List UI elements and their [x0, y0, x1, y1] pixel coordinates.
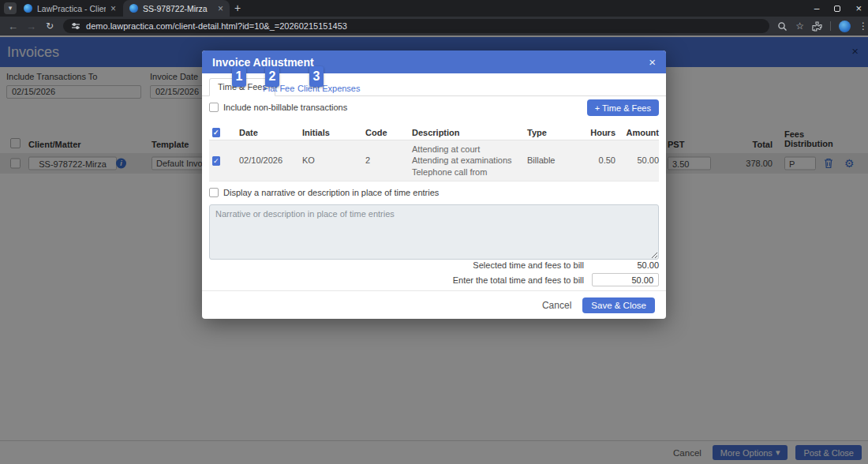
browser-toolbar: ← → ↻ demo.lawpractica.com/client-detail…: [0, 17, 868, 36]
modal-title: Invoice Adjustment: [212, 56, 314, 69]
reload-icon[interactable]: ↻: [46, 21, 54, 32]
step-badge-3: 3: [309, 66, 324, 87]
window-maximize-button[interactable]: [834, 6, 840, 12]
toolbar-right-icons: ☆ ⋮: [777, 21, 868, 32]
col-date: Date: [239, 128, 302, 137]
address-bar[interactable]: demo.lawpractica.com/client-detail.html?…: [63, 19, 769, 33]
browser-tab-strip: ▾ LawPractica - Client Centre × SS-97872…: [0, 0, 868, 17]
tab-close-icon[interactable]: ×: [110, 4, 116, 13]
col-initials: Initials: [302, 128, 365, 137]
modal-footer: Cancel Save & Close: [202, 290, 666, 319]
entry-checkbox[interactable]: ✓: [212, 156, 220, 166]
include-non-billable-checkbox[interactable]: [209, 103, 219, 112]
col-code: Code: [365, 128, 412, 137]
enter-total-label: Enter the total time and fees to bill: [453, 275, 584, 285]
add-time-fees-label: Time & Fees: [602, 103, 651, 113]
tab-close-icon[interactable]: ×: [218, 4, 223, 13]
select-all-entries-checkbox[interactable]: ✓: [212, 128, 220, 137]
back-icon[interactable]: ←: [8, 21, 18, 32]
modal-cancel-button[interactable]: Cancel: [542, 300, 571, 311]
tab-search-button[interactable]: ▾: [4, 2, 17, 14]
display-narrative-row: Display a narrative or description in pl…: [209, 188, 659, 197]
step-badge-2: 2: [265, 66, 279, 87]
modal-close-icon[interactable]: ×: [649, 55, 656, 69]
modal-table-header: ✓ Date Initials Code Description Type Ho…: [209, 125, 659, 140]
forward-icon[interactable]: →: [26, 21, 36, 32]
page-content: Invoices × Include Transactions To Invoi…: [0, 36, 868, 464]
browser-tab-mirza[interactable]: SS-978722-Mirza ×: [123, 0, 230, 17]
entry-initials: KO: [302, 155, 365, 165]
save-close-button[interactable]: Save & Close: [582, 297, 655, 313]
col-amount: Amount: [615, 128, 659, 137]
site-settings-icon[interactable]: [71, 21, 80, 31]
entry-date: 02/10/2026: [239, 155, 302, 165]
col-hours: Hours: [580, 128, 615, 137]
window-minimize-button[interactable]: –: [814, 3, 820, 14]
modal-body: + Time & Fees Include non-billable trans…: [209, 96, 659, 263]
col-description: Description: [412, 128, 521, 137]
chevron-down-icon: ▾: [9, 4, 13, 12]
invoice-adjustment-modal: Invoice Adjustment × Time & Fees Flat Fe…: [202, 51, 666, 319]
toolbar-divider: [830, 21, 831, 31]
selected-fees-value: 50.00: [584, 260, 659, 270]
tab-title: LawPractica - Client Centre: [37, 4, 106, 13]
narrative-textarea[interactable]: [209, 204, 659, 260]
browser-tab-client-centre[interactable]: LawPractica - Client Centre ×: [17, 0, 122, 17]
browser-menu-icon[interactable]: ⋮: [859, 21, 868, 32]
entry-type: Billable: [521, 155, 580, 165]
bookmark-star-icon[interactable]: ☆: [795, 21, 804, 32]
display-narrative-checkbox[interactable]: [209, 188, 219, 197]
entry-amount: 50.00: [615, 155, 659, 165]
totals-section: Selected time and fees to bill 50.00 Ent…: [398, 260, 659, 290]
lawpractica-favicon-icon: [129, 4, 138, 13]
plus-icon: +: [595, 103, 600, 113]
col-type: Type: [521, 128, 580, 137]
entry-hours: 0.50: [580, 155, 615, 165]
step-badge-1: 1: [232, 66, 246, 87]
tab-title: SS-978722-Mirza: [143, 4, 213, 13]
extensions-puzzle-icon[interactable]: [812, 21, 822, 32]
lawpractica-favicon-icon: [24, 4, 32, 13]
add-time-fees-button[interactable]: + Time & Fees: [587, 99, 659, 116]
entry-code: 2: [365, 155, 412, 165]
profile-avatar[interactable]: [839, 21, 851, 32]
window-controls: – ×: [814, 0, 862, 17]
tab-client-expenses[interactable]: Client Expenses: [297, 84, 361, 93]
include-non-billable-label: Include non-billable transactions: [223, 103, 347, 112]
url-text[interactable]: demo.lawpractica.com/client-detail.html?…: [86, 21, 347, 31]
display-narrative-label: Display a narrative or description in pl…: [223, 188, 439, 197]
search-icon[interactable]: [777, 21, 788, 32]
entry-description: Attending at court Attending at examinat…: [412, 140, 521, 181]
enter-total-input[interactable]: [592, 273, 659, 286]
time-entry-row: ✓ 02/10/2026 KO 2 Attending at court Att…: [209, 140, 659, 181]
selected-fees-label: Selected time and fees to bill: [473, 260, 584, 270]
window-close-button[interactable]: ×: [855, 2, 862, 14]
new-tab-button[interactable]: +: [234, 2, 241, 14]
